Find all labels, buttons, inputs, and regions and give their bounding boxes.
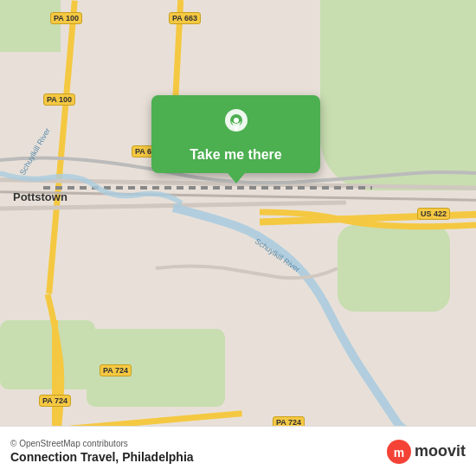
- city-label: Pottstown: [13, 190, 68, 203]
- green-area: [338, 225, 450, 312]
- road-label-pa663-1: PA 663: [169, 12, 201, 24]
- road-label-pa724: PA 724: [100, 364, 132, 376]
- railroad: [43, 186, 372, 190]
- moovit-icon: m: [387, 440, 411, 464]
- road-label-pa100-1: PA 100: [50, 12, 82, 24]
- road-label-pa100-3: PA 724: [39, 395, 71, 407]
- svg-text:m: m: [394, 446, 404, 460]
- green-area: [0, 0, 61, 52]
- svg-point-2: [234, 118, 239, 123]
- road-label-us422: US 422: [417, 208, 450, 220]
- green-area: [320, 0, 476, 190]
- popup-card[interactable]: Take me there: [151, 95, 320, 173]
- osm-credit: © OpenStreetMap contributors: [10, 439, 194, 448]
- popup-button[interactable]: Take me there: [190, 147, 281, 163]
- location-text: Connection Travel, Philadelphia: [10, 450, 194, 464]
- info-left: © OpenStreetMap contributors Connection …: [10, 439, 194, 464]
- map-container: PA 100 PA 100 PA 724 PA 663 PA 663 US 42…: [0, 0, 476, 476]
- moovit-label: moovit: [415, 442, 466, 460]
- green-area: [0, 320, 95, 389]
- moovit-logo: m moovit: [387, 440, 466, 464]
- popup-arrow: [228, 173, 245, 183]
- map-pin-icon: [219, 106, 254, 140]
- road-label-pa100-2: PA 100: [43, 93, 75, 106]
- info-bar: © OpenStreetMap contributors Connection …: [0, 426, 476, 476]
